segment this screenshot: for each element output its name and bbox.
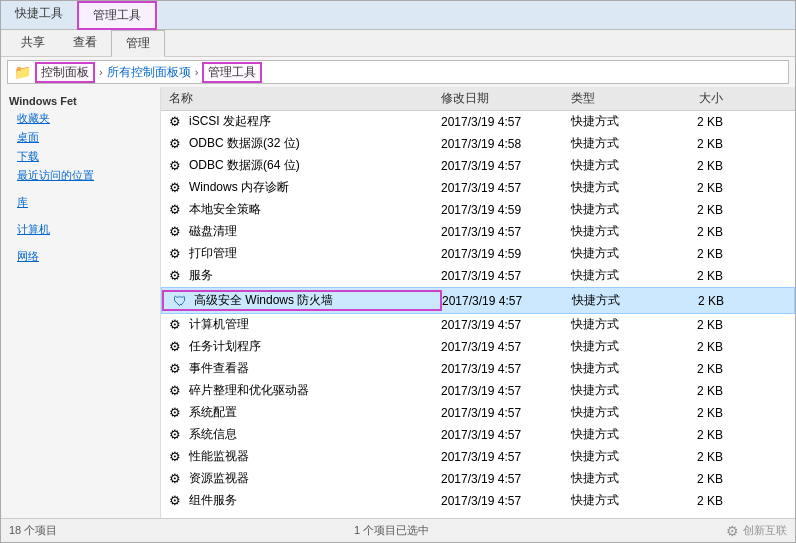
file-name: 系统信息 bbox=[189, 426, 237, 443]
file-name: 打印管理 bbox=[189, 245, 237, 262]
left-panel-title: Windows Fet bbox=[1, 91, 160, 109]
file-name-cell: ⚙ 碎片整理和优化驱动器 bbox=[161, 382, 441, 399]
file-icon-wrap: ⚙ bbox=[165, 317, 185, 333]
file-name-cell: ⚙ 性能监视器 bbox=[161, 448, 441, 465]
table-row[interactable]: ⚙ iSCSI 发起程序 2017/3/19 4:57快捷方式2 KB bbox=[161, 111, 795, 133]
file-size: 2 KB bbox=[671, 494, 731, 508]
file-name-cell: ⚙ 打印管理 bbox=[161, 245, 441, 262]
file-date: 2017/3/19 4:57 bbox=[441, 406, 571, 420]
left-item-desktop[interactable]: 桌面 bbox=[1, 128, 160, 147]
left-item-recent[interactable]: 最近访问的位置 bbox=[1, 166, 160, 185]
file-icon-wrap: ⚙ bbox=[165, 405, 185, 421]
left-item-network[interactable]: 网络 bbox=[1, 247, 160, 266]
shortcut-icon: ⚙ bbox=[169, 268, 181, 283]
file-date: 2017/3/19 4:57 bbox=[441, 384, 571, 398]
tab-view[interactable]: 查看 bbox=[59, 30, 111, 56]
table-row[interactable]: ⚙ 本地安全策略 2017/3/19 4:59快捷方式2 KB bbox=[161, 199, 795, 221]
file-size: 2 KB bbox=[671, 318, 731, 332]
file-size: 2 KB bbox=[671, 247, 731, 261]
breadcrumb: 📁 控制面板 › 所有控制面板项 › 管理工具 bbox=[7, 60, 789, 84]
file-icon-wrap: ⚙ bbox=[165, 136, 185, 152]
file-date: 2017/3/19 4:57 bbox=[441, 340, 571, 354]
file-name-cell: ⚙ 组件服务 bbox=[161, 492, 441, 509]
table-row[interactable]: ⚙ 碎片整理和优化驱动器 2017/3/19 4:57快捷方式2 KB bbox=[161, 380, 795, 402]
file-name-cell: ⚙ 系统配置 bbox=[161, 404, 441, 421]
file-icon-wrap: ⚙ bbox=[165, 427, 185, 443]
file-name: 系统配置 bbox=[189, 404, 237, 421]
file-name: 资源监视器 bbox=[189, 470, 249, 487]
shortcut-icon: ⚙ bbox=[169, 361, 181, 376]
tab-manage-sub[interactable]: 管理 bbox=[111, 30, 165, 57]
shortcut-icon: ⚙ bbox=[169, 224, 181, 239]
table-row[interactable]: ⚙ 服务 2017/3/19 4:57快捷方式2 KB bbox=[161, 265, 795, 287]
table-row[interactable]: ⚙ 计算机管理 2017/3/19 4:57快捷方式2 KB bbox=[161, 314, 795, 336]
tab-share[interactable]: 共享 bbox=[7, 30, 59, 56]
file-name-cell: ⚙ 磁盘清理 bbox=[161, 223, 441, 240]
firewall-icon: 🛡 bbox=[173, 293, 187, 309]
table-row[interactable]: ⚙ 磁盘清理 2017/3/19 4:57快捷方式2 KB bbox=[161, 221, 795, 243]
file-date: 2017/3/19 4:57 bbox=[441, 181, 571, 195]
file-date: 2017/3/19 4:57 bbox=[441, 428, 571, 442]
table-row[interactable]: ⚙ 任务计划程序 2017/3/19 4:57快捷方式2 KB bbox=[161, 336, 795, 358]
table-row[interactable]: ⚙ 打印管理 2017/3/19 4:59快捷方式2 KB bbox=[161, 243, 795, 265]
file-name-cell: ⚙ 资源监视器 bbox=[161, 470, 441, 487]
file-type: 快捷方式 bbox=[571, 223, 671, 240]
shortcut-icon: ⚙ bbox=[169, 493, 181, 508]
tab-manage[interactable]: 管理工具 bbox=[77, 1, 157, 30]
file-icon-wrap: ⚙ bbox=[165, 180, 185, 196]
tab-quick[interactable]: 快捷工具 bbox=[1, 1, 77, 29]
file-size: 2 KB bbox=[671, 225, 731, 239]
file-list-area: 名称 修改日期 类型 大小 ⚙ iSCSI 发起程序 2017/3/19 4:5… bbox=[161, 87, 795, 518]
file-icon-wrap: ⚙ bbox=[165, 224, 185, 240]
file-name-cell: ⚙ 服务 bbox=[161, 267, 441, 284]
file-name-cell: 🛡 高级安全 Windows 防火墙 bbox=[162, 290, 442, 311]
table-row[interactable]: ⚙ Windows 内存诊断 2017/3/19 4:57快捷方式2 KB bbox=[161, 177, 795, 199]
col-header-name[interactable]: 名称 bbox=[161, 90, 441, 107]
shortcut-icon: ⚙ bbox=[169, 339, 181, 354]
breadcrumb-all-items[interactable]: 所有控制面板项 bbox=[107, 64, 191, 81]
file-size: 2 KB bbox=[671, 115, 731, 129]
table-row[interactable]: 🛡 高级安全 Windows 防火墙 2017/3/19 4:57快捷方式2 K… bbox=[161, 287, 795, 314]
col-header-size[interactable]: 大小 bbox=[671, 90, 731, 107]
table-row[interactable]: ⚙ ODBC 数据源(64 位) 2017/3/19 4:57快捷方式2 KB bbox=[161, 155, 795, 177]
table-row[interactable]: ⚙ 系统信息 2017/3/19 4:57快捷方式2 KB bbox=[161, 424, 795, 446]
status-selected: 1 个项目已选中 bbox=[354, 523, 429, 538]
table-row[interactable]: ⚙ 性能监视器 2017/3/19 4:57快捷方式2 KB bbox=[161, 446, 795, 468]
left-item-download[interactable]: 下载 bbox=[1, 147, 160, 166]
table-row[interactable]: ⚙ 事件查看器 2017/3/19 4:57快捷方式2 KB bbox=[161, 358, 795, 380]
file-icon-wrap: ⚙ bbox=[165, 114, 185, 130]
breadcrumb-sep2: › bbox=[195, 66, 199, 78]
left-item-computer[interactable]: 计算机 bbox=[1, 220, 160, 239]
file-size: 2 KB bbox=[671, 203, 731, 217]
file-name: 事件查看器 bbox=[189, 360, 249, 377]
sub-ribbon-tabs: 共享 查看 管理 bbox=[1, 30, 795, 57]
status-bar: 18 个项目 1 个项目已选中 ⚙ 创新互联 bbox=[1, 518, 795, 542]
breadcrumb-control-panel[interactable]: 控制面板 bbox=[35, 62, 95, 83]
file-name: 服务 bbox=[189, 267, 213, 284]
left-item-favorites[interactable]: 收藏夹 bbox=[1, 109, 160, 128]
file-name-cell: ⚙ 事件查看器 bbox=[161, 360, 441, 377]
file-type: 快捷方式 bbox=[571, 201, 671, 218]
table-row[interactable]: ⚙ 组件服务 2017/3/19 4:57快捷方式2 KB bbox=[161, 490, 795, 512]
file-name: ODBC 数据源(32 位) bbox=[189, 135, 300, 152]
file-type: 快捷方式 bbox=[571, 316, 671, 333]
table-row[interactable]: ⚙ 资源监视器 2017/3/19 4:57快捷方式2 KB bbox=[161, 468, 795, 490]
file-icon-wrap: ⚙ bbox=[165, 493, 185, 509]
shortcut-icon: ⚙ bbox=[169, 383, 181, 398]
file-name-cell: ⚙ 计算机管理 bbox=[161, 316, 441, 333]
table-row[interactable]: ⚙ ODBC 数据源(32 位) 2017/3/19 4:58快捷方式2 KB bbox=[161, 133, 795, 155]
file-date: 2017/3/19 4:57 bbox=[442, 294, 572, 308]
file-name: 本地安全策略 bbox=[189, 201, 261, 218]
left-item-library[interactable]: 库 bbox=[1, 193, 160, 212]
col-header-date[interactable]: 修改日期 bbox=[441, 90, 571, 107]
shortcut-icon: ⚙ bbox=[169, 427, 181, 442]
shortcut-icon: ⚙ bbox=[169, 158, 181, 173]
file-name-cell: ⚙ Windows 内存诊断 bbox=[161, 179, 441, 196]
breadcrumb-manage-tools[interactable]: 管理工具 bbox=[202, 62, 262, 83]
file-type: 快捷方式 bbox=[571, 448, 671, 465]
table-row[interactable]: ⚙ 系统配置 2017/3/19 4:57快捷方式2 KB bbox=[161, 402, 795, 424]
file-name: 碎片整理和优化驱动器 bbox=[189, 382, 309, 399]
col-header-type[interactable]: 类型 bbox=[571, 90, 671, 107]
left-panel: Windows Fet 收藏夹 桌面 下载 最近访问的位置 库 计算机 网络 bbox=[1, 87, 161, 518]
file-date: 2017/3/19 4:57 bbox=[441, 494, 571, 508]
